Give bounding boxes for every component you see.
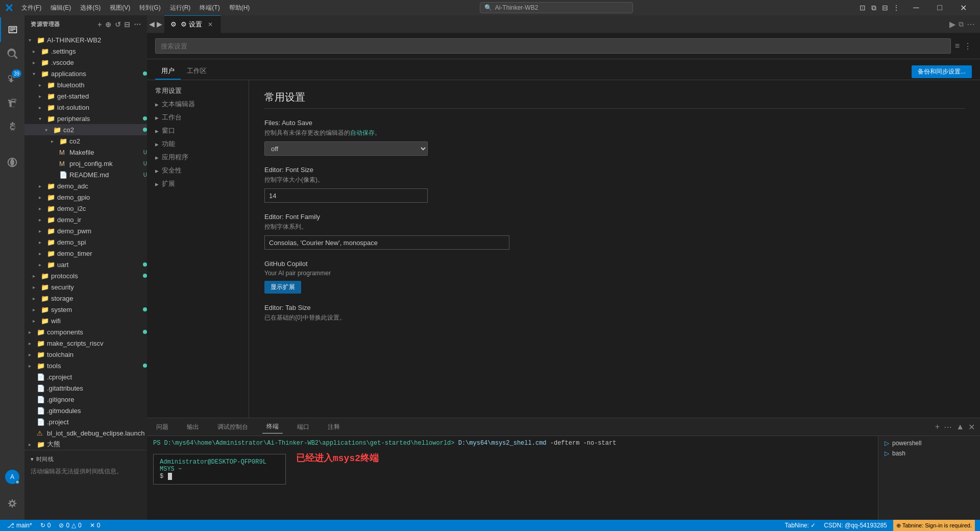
menu-file[interactable]: 文件(F): [17, 3, 45, 13]
tree-item-settings[interactable]: ▸ 📁 .settings: [24, 45, 147, 57]
tree-item-readme[interactable]: ▸ 📄 README.md U: [24, 169, 147, 180]
status-errors[interactable]: ⊘ 0 △ 0: [57, 522, 83, 529]
tree-item-demo-i2c[interactable]: ▸ 📁 demo_i2c: [24, 203, 147, 214]
settings-sidebar-text-editor[interactable]: ▸ 文本编辑器: [147, 98, 249, 111]
settings-sidebar-features[interactable]: ▸ 功能: [147, 137, 249, 151]
tree-item-security[interactable]: ▸ 📁 security: [24, 281, 147, 293]
settings-sidebar-extensions[interactable]: ▸ 扩展: [147, 177, 249, 190]
tree-item-components[interactable]: ▸ 📁 components: [24, 326, 147, 337]
settings-sidebar-applications[interactable]: ▸ 应用程序: [147, 151, 249, 164]
run-icon[interactable]: ▶: [949, 19, 955, 29]
minimize-button[interactable]: ─: [904, 0, 928, 15]
close-button[interactable]: ✕: [951, 0, 975, 15]
tree-item-demo-pwm[interactable]: ▸ 📁 demo_pwm: [24, 225, 147, 236]
tree-item-uart[interactable]: ▸ 📁 uart: [24, 259, 147, 270]
activity-source-control[interactable]: 39: [0, 66, 24, 91]
settings-filter-icon[interactable]: ≡: [955, 41, 960, 51]
tree-item-demo-spi[interactable]: ▸ 📁 demo_spi: [24, 236, 147, 248]
user-avatar[interactable]: A: [5, 470, 19, 484]
tree-item-bluetooth[interactable]: ▸ 📁 bluetooth: [24, 79, 147, 90]
tree-item-co2-sub[interactable]: ▸ 📁 co2: [24, 135, 147, 147]
activity-remote[interactable]: [0, 150, 24, 175]
activity-extensions[interactable]: [0, 115, 24, 140]
forward-arrow-icon[interactable]: ▶: [157, 20, 162, 28]
panel-icon[interactable]: ⊟: [881, 4, 889, 12]
tree-item-demo-timer[interactable]: ▸ 📁 demo_timer: [24, 248, 147, 259]
settings-sidebar-security[interactable]: ▸ 安全性: [147, 164, 249, 177]
tree-item-peripherals[interactable]: ▾ 📁 peripherals: [24, 113, 147, 124]
settings-sidebar-common[interactable]: 常用设置: [147, 84, 249, 98]
menu-view[interactable]: 视图(V): [106, 3, 134, 13]
activity-debug[interactable]: [0, 91, 24, 115]
tree-item-daxiong[interactable]: ▸ 📁 大熊: [24, 439, 147, 450]
tree-item-proj-config[interactable]: ▸ M proj_config.mk U: [24, 158, 147, 169]
terminal-maximize-icon[interactable]: ▲: [956, 422, 964, 431]
activity-account[interactable]: A: [0, 465, 24, 489]
terminal-session-powershell[interactable]: ▷ powershell: [880, 438, 978, 448]
more-icon[interactable]: ⋮: [892, 4, 900, 12]
status-branch[interactable]: ⎇ main*: [5, 522, 34, 529]
settings-tab-workspace[interactable]: 工作区: [181, 63, 213, 80]
menu-goto[interactable]: 转到(G): [135, 3, 164, 13]
more-options-icon[interactable]: ⋯: [134, 20, 141, 29]
terminal-tab-problems[interactable]: 问题: [152, 421, 173, 433]
activity-settings[interactable]: [0, 491, 24, 516]
settings-search-input[interactable]: [155, 38, 951, 54]
terminal-more-icon[interactable]: ⋯: [944, 422, 952, 432]
tree-item-makefile[interactable]: ▸ M Makefile U: [24, 147, 147, 158]
tab-settings[interactable]: ⚙ ⚙ 设置 ✕: [164, 15, 221, 33]
global-search-bar[interactable]: 🔍 Ai-Thinker-WB2: [480, 2, 633, 13]
terminal-tab-comments[interactable]: 注释: [324, 421, 344, 433]
settings-tab-user[interactable]: 用户: [155, 63, 181, 80]
tree-item-demo-gpio[interactable]: ▸ 📁 demo_gpio: [24, 191, 147, 203]
tree-item-gitattributes[interactable]: ▸ 📄 .gitattributes: [24, 382, 147, 394]
tree-item-project[interactable]: ▸ 📄 .project: [24, 416, 147, 427]
status-sign-in[interactable]: ⊕ Tabnine: Sign-in is required.: [893, 520, 975, 531]
tree-root[interactable]: ▾ 📁 AI-THINKER-WB2: [24, 34, 147, 45]
tab-close-button[interactable]: ✕: [206, 20, 214, 29]
tree-item-demo-adc[interactable]: ▸ 📁 demo_adc: [24, 180, 147, 191]
settings-sidebar-workbench[interactable]: ▸ 工作台: [147, 111, 249, 124]
tree-item-gitignore[interactable]: ▸ 📄 .gitignore: [24, 394, 147, 405]
more-editor-icon[interactable]: ⋯: [967, 19, 975, 29]
tree-item-protocols[interactable]: ▸ 📁 protocols: [24, 270, 147, 281]
activity-explorer[interactable]: [0, 17, 24, 42]
status-tabnine[interactable]: TabNine: ✓: [782, 522, 818, 529]
menu-select[interactable]: 选择(S): [76, 3, 105, 13]
terminal-tab-terminal[interactable]: 终端: [262, 420, 283, 433]
terminal-tab-debug[interactable]: 调试控制台: [213, 421, 252, 433]
maximize-button[interactable]: □: [928, 0, 951, 15]
font-family-input[interactable]: [264, 235, 509, 250]
tree-item-vscode[interactable]: ▸ 📁 .vscode: [24, 57, 147, 68]
new-folder-icon[interactable]: ⊕: [105, 20, 112, 29]
split-editor-icon[interactable]: ⧉: [959, 20, 964, 29]
menu-terminal[interactable]: 终端(T): [195, 3, 224, 13]
tree-item-cproject[interactable]: ▸ 📄 .cproject: [24, 371, 147, 382]
split-icon[interactable]: ⧉: [870, 4, 878, 12]
tree-item-wifi[interactable]: ▸ 📁 wifi: [24, 315, 147, 326]
tree-item-make-scripts[interactable]: ▸ 📁 make_scripts_riscv: [24, 337, 147, 349]
tree-item-bl-iot[interactable]: ▸ ⚠ bl_iot_sdk_debug_eclipse.launch: [24, 427, 147, 439]
terminal-tab-ports[interactable]: 端口: [293, 421, 313, 433]
show-extensions-button[interactable]: 显示扩展: [264, 281, 301, 294]
layout-icon[interactable]: ⊡: [859, 4, 867, 12]
tree-item-system[interactable]: ▸ 📁 system: [24, 304, 147, 315]
activity-search[interactable]: [0, 42, 24, 66]
tree-item-gitmodules[interactable]: ▸ 📄 .gitmodules: [24, 405, 147, 416]
menu-help[interactable]: 帮助(H): [225, 3, 254, 13]
new-file-icon[interactable]: +: [97, 20, 102, 29]
back-arrow-icon[interactable]: ◀: [149, 20, 155, 28]
timeline-header[interactable]: ▾ 时间线: [24, 453, 147, 465]
status-csdn[interactable]: CSDN: @qq-54193285: [822, 522, 889, 529]
settings-sidebar-window[interactable]: ▸ 窗口: [147, 124, 249, 137]
tree-item-co2[interactable]: ▾ 📁 co2: [24, 124, 147, 135]
terminal-close-icon[interactable]: ✕: [968, 422, 975, 432]
status-sync[interactable]: ↻ 0: [38, 522, 53, 529]
tree-item-storage[interactable]: ▸ 📁 storage: [24, 293, 147, 304]
auto-save-link[interactable]: 自动保存: [350, 129, 375, 136]
terminal-add-icon[interactable]: +: [935, 422, 940, 431]
refresh-icon[interactable]: ↺: [115, 20, 121, 29]
tree-item-tools[interactable]: ▸ 📁 tools: [24, 360, 147, 371]
tree-item-get-started[interactable]: ▸ 📁 get-started: [24, 90, 147, 102]
tree-item-toolchain[interactable]: ▸ 📁 toolchain: [24, 349, 147, 360]
